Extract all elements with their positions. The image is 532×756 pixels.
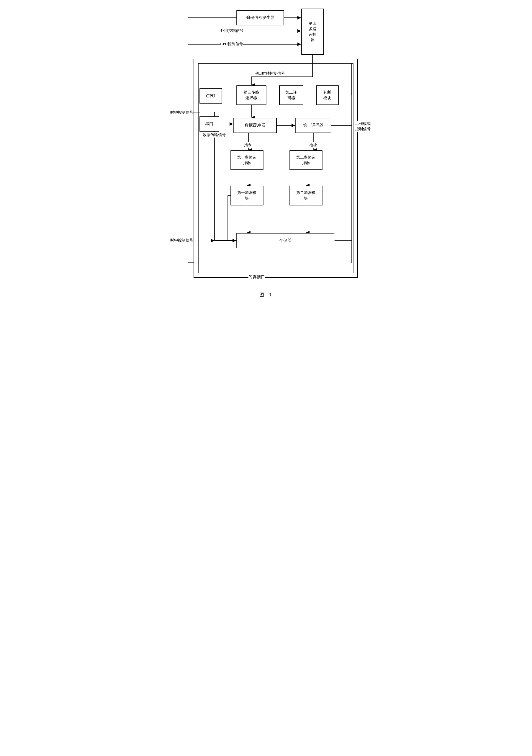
ext-ctrl-label: 外部控制信号 [221,28,243,33]
memory-label: 存储器 [279,238,292,244]
programming-signal-box: 编程信号发生器 [237,10,284,25]
decoder2-label: 第二译码器 [285,90,297,100]
data-buffer-label: 数据缓冲器 [245,122,265,128]
encrypt1-box: 第一加密模块 [231,186,263,205]
mux3-box: 第三多路选择器 [237,86,266,105]
decoder1-box: 第一译码器 [296,118,331,133]
memory-box: 存储器 [237,233,334,248]
clk-ctrl-memory-label: 时钟控制信号 [170,238,193,243]
page-container: 编程信号发生器 第四多路选择器 外部控制信号 CPU控制信号 串口时钟控制信号 … [163,6,369,286]
programming-signal-label: 编程信号发生器 [246,15,275,21]
decoder2-box: 第二译码器 [279,86,303,105]
data-buffer-box: 数据缓冲器 [234,118,277,133]
encrypt2-label: 第二加密模块 [296,190,315,201]
flash-interface-label: 闪存接口 [249,275,265,280]
serial-clk-label: 串口时钟控制信号 [254,71,285,76]
serial-box: 串口 [200,117,219,131]
mux1-box: 第一多路选择器 [231,150,263,170]
command-label: 指令 [244,142,252,148]
serial-label: 串口 [205,121,213,127]
mux3-label: 第三多路选择器 [244,90,259,100]
cpu-box: CPU [200,89,222,103]
cpu-label: CPU [206,93,215,99]
data-transfer-label: 数据传输信号 [203,132,226,138]
work-mode-label: 工作模式控制信号 [355,121,371,132]
clk-ctrl-label: 时钟控制信号 [170,110,193,115]
encrypt2-box: 第二加密模块 [290,186,322,205]
figure-title: 图 3 [169,292,363,298]
cpu-ctrl-label: CPU控制信号 [221,41,243,47]
decoder1-label: 第一译码器 [303,122,324,128]
mux4-label: 第四多路选择器 [309,21,316,42]
judge-box: 判断模块 [316,86,338,105]
encrypt1-label: 第一加密模块 [237,190,256,201]
mux2-label: 第二多路选择器 [296,155,315,165]
mux2-box: 第二多路选择器 [290,150,322,170]
address-label: 地址 [309,142,317,148]
judge-label: 判断模块 [323,90,331,100]
mux1-label: 第一多路选择器 [237,155,256,165]
mux4-box: 第四多路选择器 [302,9,324,55]
diagram-wrapper: 编程信号发生器 第四多路选择器 外部控制信号 CPU控制信号 串口时钟控制信号 … [169,6,363,286]
